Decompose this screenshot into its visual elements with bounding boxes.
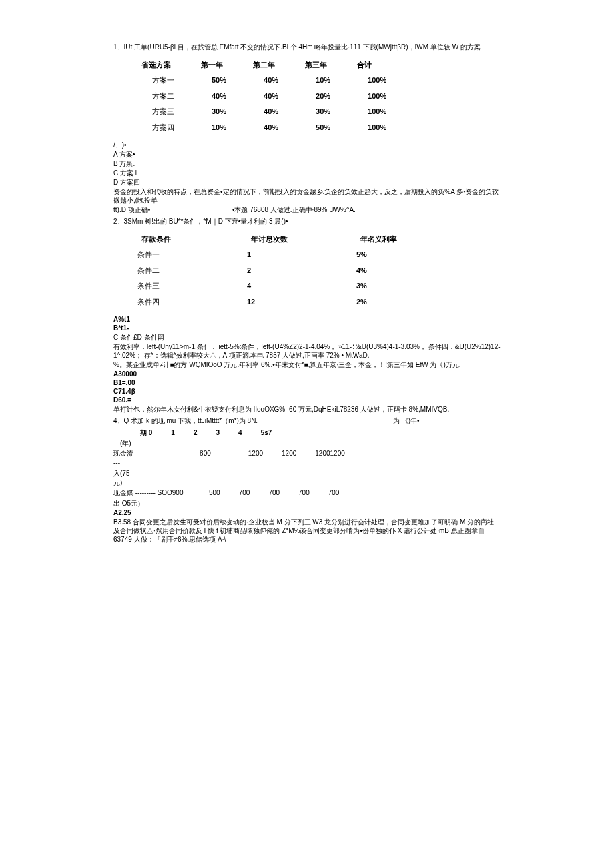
th: 第二年 bbox=[245, 57, 297, 73]
q2-note: %。某企业成单≠计■的方 WQMIOoO 万元.年利率 6%.•年末文付*■,算… bbox=[113, 360, 501, 369]
cf-val: 12001200 bbox=[315, 449, 345, 468]
q2-opt: B1=.00 bbox=[113, 378, 501, 387]
q4-text-right: 为 《)年• bbox=[393, 417, 420, 424]
q4-opt: A2.25 bbox=[113, 508, 501, 517]
cf-year: (年) bbox=[120, 439, 501, 448]
cf-line: 元) bbox=[113, 478, 501, 487]
cf-val: 700 bbox=[328, 488, 340, 498]
q1-option: B 万泉. bbox=[113, 159, 501, 168]
q1-table: 省选方案 第一年 第二年 第三年 合计 方案一50%40%10%100% 方案二… bbox=[133, 57, 405, 135]
q4-text-left: 4、Q 术加 k 的现 mu 下我，ttJiMtttt*（m*)为 8N. bbox=[113, 417, 258, 424]
table-row: 条件一15% bbox=[133, 247, 405, 262]
th: 第三年 bbox=[297, 57, 349, 73]
q2-table: 存款条件 年讨息次数 年名义利率 条件一15% 条件二24% 条件三43% 条件… bbox=[133, 232, 405, 310]
q2-opt: C71.4β bbox=[113, 387, 501, 396]
q2-opt: C 条件£D 条件网 bbox=[113, 333, 501, 342]
cf-label: 现金流 --------- bbox=[113, 449, 150, 468]
cf-label: 现金媒 --------- SOO900 bbox=[113, 488, 190, 498]
q2-opt: D60.= bbox=[113, 396, 501, 404]
cashflow-row: 现金流 --------- ------------- 800 1200 120… bbox=[113, 449, 501, 468]
cf-line: 入(75 bbox=[113, 469, 501, 478]
table-header-row: 存款条件 年讨息次数 年名义利率 bbox=[133, 232, 405, 247]
q1-option: A 方案• bbox=[113, 150, 501, 159]
th: 省选方案 bbox=[133, 57, 193, 73]
cf-h: 5s7 bbox=[261, 428, 272, 438]
table-row: 方案四10%40%50%100% bbox=[133, 120, 405, 135]
th: 合计 bbox=[349, 57, 405, 73]
cf-h: 4 bbox=[238, 428, 242, 438]
cf-line: 出 O5元） bbox=[113, 499, 501, 508]
q2-opt: A%t1 bbox=[113, 315, 501, 324]
q2-opt: A30000 bbox=[113, 370, 501, 378]
cashflow-header: 期 0 1 2 3 4 5s7 bbox=[140, 428, 501, 438]
table-header-row: 省选方案 第一年 第二年 第三年 合计 bbox=[133, 57, 405, 73]
q2-note: 有效利率：left-(Uny11>m-1.条什： iett-5%:条件，left… bbox=[113, 342, 501, 360]
table-row: 方案一50%40%10%100% bbox=[133, 73, 405, 88]
q4-note: B3.58 合同变更之后发生可受对价后续变动的·企业校当 M 分下列三 W3 龙… bbox=[113, 518, 501, 544]
q1-option: /、)• bbox=[113, 141, 501, 149]
q1-note-left: tt).D 项正确• bbox=[113, 206, 150, 213]
cf-h: 期 0 bbox=[140, 428, 152, 438]
q1-note: 资金的投入和代收的特点，在总资金•定的情况下，前期投入的贡金越乡.负企的负效正趋… bbox=[113, 187, 501, 205]
table-row: 方案二40%40%20%100% bbox=[133, 89, 405, 104]
th: 存款条件 bbox=[133, 232, 243, 247]
cf-val: 700 bbox=[298, 488, 310, 498]
cf-val: 500 bbox=[209, 488, 220, 498]
q1-note: tt).D 项正确• •本题 76808 人做过.正确中·89% UW%^A. bbox=[113, 205, 501, 214]
q2-text: 2、3SMm 树!出的 BU**条件，*M｜D 下衰•量才利的 3 晨()• bbox=[113, 217, 501, 226]
cf-val: 1200 bbox=[282, 449, 296, 468]
q4-text: 4、Q 术加 k 的现 mu 下我，ttJiMtttt*（m*)为 8N. 为 … bbox=[113, 416, 501, 426]
q1-option: C 方案 i bbox=[113, 169, 501, 177]
table-row: 条件二24% bbox=[133, 263, 405, 278]
cf-val: 1200 bbox=[248, 449, 263, 468]
cf-val: 700 bbox=[239, 488, 250, 498]
th: 年名义利率 bbox=[352, 232, 405, 247]
cf-h: 1 bbox=[171, 428, 175, 438]
table-row: 方案三30%40%30%100% bbox=[133, 104, 405, 119]
q1-note-right: •本题 76808 人做过.正确中·89% UW%^A. bbox=[232, 206, 356, 213]
cashflow-row: 现金媒 --------- SOO900 500 700 700 700 700 bbox=[113, 488, 501, 498]
q1-option: D 方案四 bbox=[113, 178, 501, 187]
table-row: 条件四122% bbox=[133, 294, 405, 310]
th: 年讨息次数 bbox=[243, 232, 352, 247]
cf-h: 3 bbox=[216, 428, 220, 438]
q2-opt: B*t1- bbox=[113, 324, 501, 332]
cf-val: ------------- 800 bbox=[169, 449, 211, 468]
cf-val: 700 bbox=[268, 488, 280, 498]
q1-text: 1、IUt 工单(URU5-βl 目，在找管总 EMfatt 不交的情况下.Bl… bbox=[113, 43, 501, 52]
th: 第一年 bbox=[193, 57, 245, 73]
q2-note: 单打计包，然尔年木女付利&牛衣疑支付利息为 IIooOXG%=60 万元,DqH… bbox=[113, 405, 501, 414]
table-row: 条件三43% bbox=[133, 278, 405, 294]
cf-h: 2 bbox=[194, 428, 198, 438]
